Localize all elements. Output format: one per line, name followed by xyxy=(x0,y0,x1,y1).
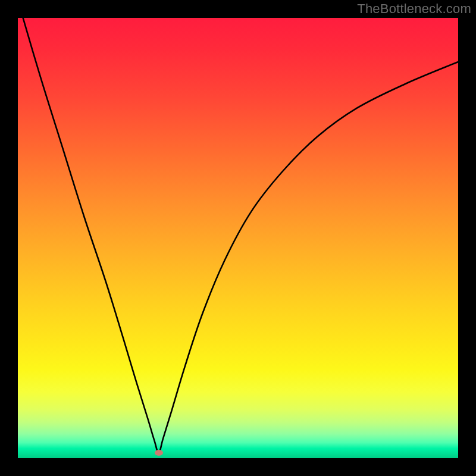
bottleneck-curve xyxy=(18,18,458,453)
optimum-marker xyxy=(155,450,163,456)
watermark-text: TheBottleneck.com xyxy=(357,1,471,17)
chart-frame: TheBottleneck.com xyxy=(0,0,476,476)
curve-layer xyxy=(18,18,458,458)
plot-area xyxy=(18,18,458,458)
